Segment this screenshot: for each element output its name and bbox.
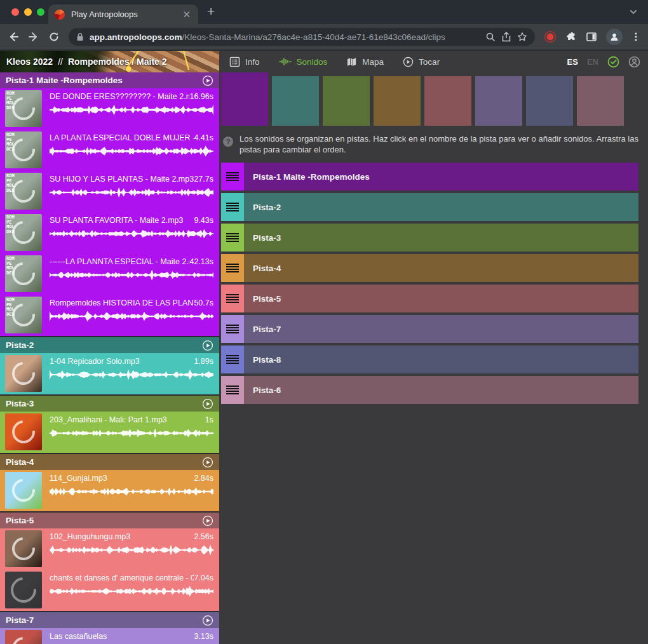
play-track-button[interactable] <box>202 615 213 626</box>
close-window-button[interactable] <box>11 8 19 16</box>
audio-clip[interactable]: ROM PE MOL DESSU PLANTA FAVORITA - Maite… <box>0 212 219 253</box>
waveform[interactable] <box>50 427 213 439</box>
track-row[interactable]: Pista-1 Maite -Rompemoldes <box>221 163 638 191</box>
browser-menu-icon[interactable] <box>631 31 640 43</box>
track-section-header[interactable]: Pista-1 Maite -Rompemoldes <box>0 72 219 88</box>
profile-avatar[interactable] <box>606 29 623 45</box>
color-swatch-tile[interactable] <box>221 72 268 126</box>
color-swatch-tile[interactable] <box>526 76 573 126</box>
zoom-page-icon[interactable] <box>485 32 496 42</box>
drag-handle[interactable] <box>221 376 244 404</box>
color-swatch-tile[interactable] <box>577 76 624 126</box>
drag-handle[interactable] <box>221 285 244 312</box>
drag-handle[interactable] <box>221 224 244 252</box>
share-icon[interactable] <box>501 32 511 42</box>
reload-button[interactable] <box>48 31 60 43</box>
audio-clip[interactable]: 1-04 Repicador Solo.mp31.89s <box>0 353 219 394</box>
track-row-label[interactable]: Pista-6 <box>244 376 638 404</box>
tab-close-icon[interactable]: ✕ <box>181 9 192 20</box>
waveform[interactable] <box>50 269 213 281</box>
nav-info[interactable]: Info <box>229 57 260 67</box>
track-row-label[interactable]: Pista-5 <box>244 285 638 312</box>
audio-clip[interactable]: chants et danses d' amerique centrale - … <box>0 570 219 611</box>
play-track-button[interactable] <box>202 457 213 468</box>
waveform[interactable] <box>50 586 213 597</box>
color-swatch-tile[interactable] <box>272 76 319 126</box>
nav-mapa[interactable]: Mapa <box>346 57 384 67</box>
drag-handle[interactable] <box>221 163 244 191</box>
side-panel-icon[interactable] <box>586 31 597 43</box>
drag-handle[interactable] <box>221 193 244 221</box>
track-section-header[interactable]: Pista-5 <box>0 513 219 528</box>
track-section-header[interactable]: Pista-2 <box>0 337 219 353</box>
track-row-label[interactable]: Pista-1 Maite -Rompemoldes <box>244 163 638 191</box>
track-row[interactable]: Pista-6 <box>221 376 638 404</box>
nav-sonidos[interactable]: Sonidos <box>279 57 328 67</box>
waveform[interactable] <box>50 187 213 198</box>
color-swatch-tile[interactable] <box>475 76 522 126</box>
audio-clip[interactable]: ROM PE MOL DESSU HIJO Y LAS PLANTAS - Ma… <box>0 171 219 212</box>
address-bar[interactable]: app.antropoloops.com/Kleos-Santa-Marina/… <box>69 28 535 46</box>
audio-clip[interactable]: 102_Hunguhungu.mp32.56s <box>0 528 219 570</box>
drag-handle[interactable] <box>221 315 244 343</box>
waveform[interactable] <box>50 228 213 239</box>
color-swatch-tile[interactable] <box>374 76 421 126</box>
minimize-window-button[interactable] <box>24 8 32 16</box>
loading-ring-icon <box>8 474 40 507</box>
tab-search-chevron-icon[interactable] <box>629 8 638 19</box>
color-swatch-tile[interactable] <box>424 76 471 126</box>
waveform[interactable] <box>50 104 213 116</box>
waveform[interactable] <box>50 145 213 157</box>
track-row[interactable]: Pista-8 <box>221 345 638 373</box>
waveform[interactable] <box>50 486 213 497</box>
account-icon[interactable] <box>628 56 640 68</box>
saved-check-icon[interactable] <box>607 56 619 68</box>
new-tab-button[interactable]: + <box>207 4 215 19</box>
track-row-label[interactable]: Pista-2 <box>244 193 638 221</box>
breadcrumb-path[interactable]: Rompemoldes / Maite 2 <box>68 57 167 67</box>
track-section-header[interactable]: Pista-4 <box>0 454 219 470</box>
nav-tocar[interactable]: Tocar <box>403 57 440 67</box>
track-row[interactable]: Pista-7 <box>221 315 638 343</box>
audio-clip[interactable]: ROM PE MOL DESDE DONDE ERES???????? - Ma… <box>0 88 219 130</box>
play-track-button[interactable] <box>202 398 213 410</box>
track-row-label[interactable]: Pista-4 <box>244 254 638 282</box>
track-row[interactable]: Pista-3 <box>221 224 638 252</box>
clip-duration: 7.04s <box>194 574 213 582</box>
breadcrumb-project[interactable]: Kleos 2022 <box>6 57 53 67</box>
waveform[interactable] <box>50 369 213 380</box>
track-row-label[interactable]: Pista-3 <box>244 224 638 252</box>
waveform[interactable] <box>50 544 213 556</box>
track-row-label[interactable]: Pista-8 <box>244 345 638 373</box>
audio-clip[interactable]: 203_Amalihani - Mali: Part 1.mp31s <box>0 412 219 453</box>
maximize-window-button[interactable] <box>37 8 44 16</box>
audio-clip[interactable]: ROM PE MOL DES------LA PLANNTA ESPECIAL … <box>0 253 219 295</box>
browser-tab[interactable]: Play Antropoloops ✕ <box>48 4 198 24</box>
play-track-button[interactable] <box>202 75 213 86</box>
lang-en-button[interactable]: EN <box>587 57 598 67</box>
audio-clip[interactable]: ROM PE MOL DESLA PLANTA ESPECIAL DOBLE M… <box>0 130 219 171</box>
track-row[interactable]: Pista-5 <box>221 285 638 312</box>
breadcrumb[interactable]: Kleos 2022 // Rompemoldes / Maite 2 <box>0 51 219 72</box>
bookmark-star-icon[interactable] <box>517 32 527 42</box>
color-swatch-tile[interactable] <box>323 76 370 126</box>
back-button[interactable] <box>8 31 19 43</box>
audio-clip[interactable]: Las castañuelas3.13s <box>0 628 219 644</box>
track-row[interactable]: Pista-4 <box>221 254 638 282</box>
track-row[interactable]: Pista-2 <box>221 193 638 221</box>
extensions-puzzle-icon[interactable] <box>565 31 577 43</box>
track-section-title: Pista-7 <box>6 615 34 625</box>
forward-button[interactable] <box>28 31 39 43</box>
play-track-button[interactable] <box>202 515 213 527</box>
audio-clip[interactable]: ROM PE MOL DESRompemoldes HISTORIA DE LA… <box>0 295 219 336</box>
drag-handle[interactable] <box>221 254 244 282</box>
track-row-label[interactable]: Pista-7 <box>244 315 638 343</box>
track-section-header[interactable]: Pista-3 <box>0 396 219 412</box>
waveform[interactable] <box>50 311 213 322</box>
track-section-header[interactable]: Pista-7 <box>0 612 219 628</box>
audio-clip[interactable]: 114_Gunjai.mp32.84s <box>0 470 219 511</box>
drag-handle[interactable] <box>221 345 244 373</box>
lang-es-button[interactable]: ES <box>567 57 578 67</box>
record-extension-icon[interactable] <box>544 30 557 43</box>
play-track-button[interactable] <box>202 340 213 351</box>
